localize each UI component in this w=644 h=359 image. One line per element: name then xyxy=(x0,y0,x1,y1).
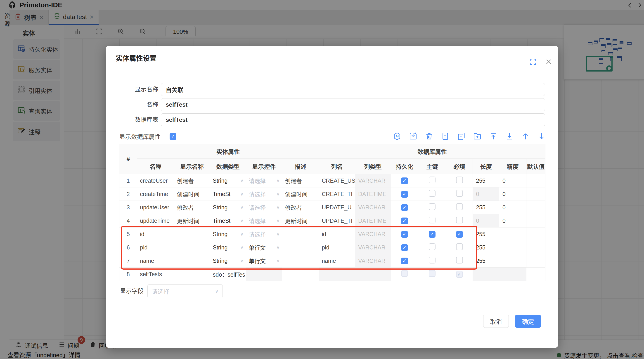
cell-select[interactable]: 单行文∨ xyxy=(249,257,282,265)
cell-default[interactable] xyxy=(526,227,546,241)
checkbox[interactable] xyxy=(429,257,436,263)
cell-col-name[interactable]: id xyxy=(319,227,355,241)
cell-col-name[interactable]: CREATE_US xyxy=(319,174,355,187)
checkbox[interactable] xyxy=(456,217,463,223)
ai-icon[interactable]: AI xyxy=(393,132,401,141)
field-input[interactable]: 自关联 xyxy=(161,83,545,96)
cell-default[interactable] xyxy=(526,187,546,201)
move-bottom-icon[interactable] xyxy=(505,132,514,141)
cell-name[interactable]: pid xyxy=(137,241,174,254)
checkbox[interactable]: ✓ xyxy=(401,258,408,264)
cell-select[interactable]: 请选择∨ xyxy=(249,230,282,238)
checkbox[interactable] xyxy=(429,217,436,223)
cell-select[interactable]: 请选择∨ xyxy=(249,177,282,185)
cell-display-name[interactable] xyxy=(174,267,210,281)
document-icon[interactable] xyxy=(441,132,450,141)
checkbox[interactable] xyxy=(456,257,463,263)
cell-default[interactable] xyxy=(526,201,546,214)
checkbox[interactable]: ✓ xyxy=(401,218,408,224)
maximize-icon[interactable] xyxy=(529,58,537,66)
show-db-props-checkbox[interactable]: ✓ xyxy=(170,133,176,140)
cell-name[interactable]: id xyxy=(137,227,174,241)
cell-display-name[interactable] xyxy=(174,227,210,241)
checkbox[interactable]: ✓ xyxy=(456,271,463,278)
cancel-button[interactable]: 取消 xyxy=(483,315,509,328)
cell-col-name[interactable]: CREATE_TI xyxy=(319,187,355,201)
checkbox[interactable]: ✓ xyxy=(456,231,463,238)
cell-display-name[interactable] xyxy=(174,241,210,254)
cell-name[interactable]: updateTime xyxy=(137,214,174,227)
checkbox[interactable] xyxy=(429,203,436,210)
cell-select[interactable]: 请选择∨ xyxy=(249,217,282,225)
cell-precision[interactable]: 0 xyxy=(499,201,526,214)
cell-display-name[interactable]: 创建者 xyxy=(174,174,210,187)
cell-length[interactable]: 255 xyxy=(473,241,499,254)
close-icon[interactable] xyxy=(545,58,552,66)
cell-precision[interactable]: 0 xyxy=(499,174,526,187)
cell-desc[interactable]: 修改者 xyxy=(282,201,319,214)
cell-length[interactable]: 0 xyxy=(473,187,499,201)
cell-length[interactable]: 255 xyxy=(473,227,499,241)
cell-length[interactable]: 255 xyxy=(473,174,499,187)
cell-display-name[interactable]: 更新时间 xyxy=(174,214,210,227)
cell-default[interactable] xyxy=(526,241,546,254)
cell-precision[interactable]: 0 xyxy=(499,214,526,227)
cell-length[interactable]: 255 xyxy=(473,254,499,267)
cell-select[interactable]: String∨ xyxy=(213,244,246,251)
checkbox[interactable]: ✓ xyxy=(401,231,408,238)
cell-select[interactable]: TimeSt∨ xyxy=(213,218,246,224)
checkbox[interactable]: ✓ xyxy=(429,231,436,238)
cell-col-name[interactable]: name xyxy=(319,254,355,267)
checkbox[interactable]: ✓ xyxy=(401,191,408,198)
cell-length[interactable]: 0 xyxy=(473,214,499,227)
cell-length[interactable] xyxy=(473,267,499,281)
cell-select[interactable]: String∨ xyxy=(213,204,246,211)
cell-precision[interactable] xyxy=(499,241,526,254)
cell-col-name[interactable]: pid xyxy=(319,241,355,254)
cell-desc[interactable] xyxy=(282,267,319,281)
cell-display-name[interactable]: 修改者 xyxy=(174,201,210,214)
cell-select[interactable]: TimeSt∨ xyxy=(213,191,246,197)
cell-default[interactable] xyxy=(526,267,546,281)
checkbox[interactable] xyxy=(456,190,463,197)
cell-precision[interactable] xyxy=(499,267,526,281)
import-icon[interactable] xyxy=(409,132,418,141)
checkbox[interactable] xyxy=(456,177,463,183)
cell-select[interactable]: 单行文∨ xyxy=(249,243,282,251)
cell-col-name[interactable]: UPDATE_U xyxy=(319,201,355,214)
cell-desc[interactable]: 创建者 xyxy=(282,174,319,187)
cell-precision[interactable] xyxy=(499,227,526,241)
checkbox[interactable]: ✓ xyxy=(401,244,408,251)
checkbox[interactable]: ✓ xyxy=(401,204,408,211)
copy-icon[interactable] xyxy=(457,132,466,141)
checkbox[interactable] xyxy=(456,243,463,250)
cell-precision[interactable] xyxy=(499,254,526,267)
cell-desc[interactable] xyxy=(282,254,319,267)
checkbox[interactable] xyxy=(429,190,436,197)
checkbox[interactable] xyxy=(429,243,436,250)
field-input[interactable]: selfTest xyxy=(161,98,545,111)
cell-select[interactable]: String∨ xyxy=(213,177,246,184)
cell-default[interactable] xyxy=(526,214,546,227)
cell-desc[interactable] xyxy=(282,241,319,254)
checkbox[interactable] xyxy=(401,270,408,277)
cell-display-name[interactable] xyxy=(174,254,210,267)
cell-desc[interactable]: 更新时间 xyxy=(282,214,319,227)
cell-name[interactable]: selfTests xyxy=(137,267,174,281)
checkbox[interactable] xyxy=(429,177,436,183)
checkbox[interactable]: ✓ xyxy=(401,177,408,184)
cell-default[interactable] xyxy=(526,254,546,267)
display-field-select[interactable]: 请选择 ∨ xyxy=(148,284,223,298)
cell-precision[interactable]: 0 xyxy=(499,187,526,201)
cell-name[interactable]: createTime xyxy=(137,187,174,201)
cell-desc[interactable]: 创建时间 xyxy=(282,187,319,201)
cell-name[interactable]: createUser xyxy=(137,174,174,187)
move-top-icon[interactable] xyxy=(489,132,498,141)
cell-name[interactable]: updateUser xyxy=(137,201,174,214)
cell-select[interactable]: 请选择∨ xyxy=(249,203,282,211)
checkbox[interactable] xyxy=(429,270,436,277)
checkbox[interactable] xyxy=(456,203,463,210)
field-input[interactable]: selfTest xyxy=(161,113,545,126)
move-down-icon[interactable] xyxy=(537,132,546,141)
cell-name[interactable]: name xyxy=(137,254,174,267)
